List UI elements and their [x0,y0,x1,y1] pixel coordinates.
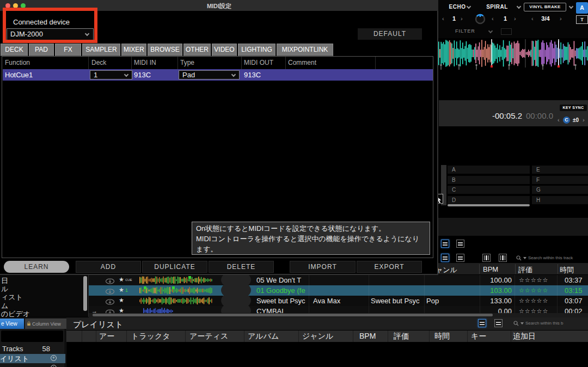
learn-button[interactable]: LEARN [4,261,69,273]
fx-tab-t-button[interactable]: T [576,15,588,24]
bottom-column-header[interactable]: キー [471,332,486,341]
tab-mixer[interactable]: MIXER [121,44,146,56]
add-playlist-icon[interactable]: + [51,365,57,367]
default-button[interactable]: DEFAULT [358,28,422,40]
track-rating[interactable]: ☆☆☆☆☆ [519,277,548,284]
fx-beat-next-button[interactable]: › [560,15,562,22]
tree-scrollbar[interactable] [83,276,87,311]
fx-beat-next-button[interactable]: › [514,15,516,22]
hotcue-slot-E[interactable]: E [532,166,588,174]
column-view-icon[interactable] [499,254,507,262]
table-column-header[interactable]: Function [5,59,30,66]
right-list-header[interactable]: ャンル [436,265,457,275]
export-button[interactable]: EXPORT [357,261,422,273]
hotcue-scrollbar[interactable] [448,204,530,206]
tab-fx[interactable]: FX [55,44,81,56]
list-view-icon[interactable] [494,319,503,327]
bottom-column-header[interactable]: 時間 [434,332,450,341]
bottom-column-header[interactable]: ジャンル [302,332,333,341]
sidebar-search-box[interactable] [1,331,63,342]
list-view-icon[interactable] [441,254,449,262]
filter-label[interactable]: FILTER [455,28,475,34]
tab-column-view[interactable]: Column View [25,319,66,329]
cell-divider [514,296,515,306]
bottom-header-divider [467,331,468,342]
tab-mixpointlink[interactable]: MIXPOINTLINK [277,44,333,56]
bottom-column-header[interactable]: アルバム [248,332,279,341]
right-list-header[interactable]: BPM [483,265,498,273]
sidebar-tracks-count: 58 [37,345,50,353]
list-view-icon[interactable] [456,240,464,248]
hotcue-slot-A[interactable]: A [448,166,530,174]
add-button[interactable]: ADD [76,261,141,273]
app-canvas: ECHO‹1›SPIRAL‹1›VINYL BRAKE‹3/4›ATFILTER… [0,0,588,367]
album-art [221,275,251,285]
add-playlist-icon[interactable]: + [51,355,57,361]
fx-beat-prev-button[interactable]: ‹ [492,15,494,22]
bottom-search-input[interactable]: Search within this b [513,319,588,327]
sidebar-tracks-label[interactable]: Tracks [2,345,23,353]
track-rating[interactable]: ☆☆☆☆☆ [519,297,548,304]
track-row[interactable]: ★101 Goodbye (fe103.00☆☆☆☆☆03:15 [89,285,588,296]
right-list-header[interactable]: 時間 [560,265,574,275]
track-row[interactable]: ★Sweet but PsycAva MaxSweet but PsycPop1… [89,296,588,306]
fx-assign-a-button[interactable]: A [576,2,588,14]
tab-lighting[interactable]: LIGHTING [238,44,275,56]
list-view-icon[interactable] [456,254,464,262]
type-select[interactable]: Pad [179,70,240,79]
fx-beat-prev-button[interactable]: ‹ [442,15,444,22]
table-header-divider [241,57,242,69]
hotcue-slot-B[interactable]: B [448,176,530,184]
search-filter-dropdown-icon[interactable] [523,257,526,259]
tab-other[interactable]: OTHER [183,44,211,56]
table-column-header[interactable]: MIDI IN [134,59,156,66]
tab-pad[interactable]: PAD [29,44,54,56]
table-column-header[interactable]: Deck [91,59,106,66]
right-list-header[interactable]: 評価 [518,265,532,275]
tracklist-hscrollbar-thumb[interactable] [93,314,493,316]
bottom-header-divider [185,331,186,342]
duplicate-button[interactable]: DUPLICATE [142,261,207,273]
table-column-header[interactable]: MIDI OUT [244,59,273,66]
playlist-title: プレイリスト [73,320,123,330]
import-button[interactable]: IMPORT [290,261,356,273]
tab-video[interactable]: VIDEO [212,44,237,56]
key-prev-button[interactable]: ‹ [558,117,560,123]
deck-select[interactable]: 1 [90,70,132,79]
delete-button[interactable]: DELETE [209,261,274,273]
bottom-column-header[interactable]: 追加日 [513,332,536,341]
search-filter-dropdown-icon[interactable] [520,322,524,325]
hotcue-slot-F[interactable]: F [532,176,588,184]
tab-deck[interactable]: DECK [1,44,28,56]
track-row[interactable]: ★CUE05 We Don't T100.00☆☆☆☆☆03:37 [89,275,588,285]
table-column-header[interactable]: Comment [288,59,316,66]
tab-browse[interactable]: BROWSE [148,44,182,56]
fx-beat-prev-button[interactable]: ‹ [531,15,534,22]
bottom-column-header[interactable]: 評価 [394,332,409,341]
key-next-button[interactable]: › [583,117,585,123]
bottom-column-header[interactable]: トラックタ [131,332,170,341]
tab-tree-view[interactable]: e View [0,319,24,329]
key-value[interactable]: C [563,117,570,124]
table-column-header[interactable]: Type [180,59,194,66]
midi-table-row[interactable]: HotCue11913CPad913C [3,69,433,81]
column-view-icon[interactable] [482,254,491,262]
hotcue-slot-G[interactable]: G [532,186,588,194]
bottom-column-header[interactable]: BPM [359,332,376,340]
hotcue-slot-C[interactable]: C [448,186,530,194]
bottom-column-header[interactable]: アーティス [189,332,228,341]
tab-sampler[interactable]: SAMPLER [82,44,120,56]
fx-slot-name[interactable]: ECHO [445,4,469,10]
fx-slot-name[interactable]: VINYL BRAKE [524,3,566,11]
list-view-icon[interactable] [441,240,449,248]
track-search-input[interactable]: Search within this track [516,254,588,262]
hotcue-slot-D[interactable]: D [448,196,530,204]
fx-slot-name[interactable]: SPIRAL [482,4,512,10]
hotcue-slot-H[interactable]: H [532,196,588,204]
list-view-icon[interactable] [478,319,486,327]
track-rating[interactable]: ☆☆☆☆☆ [519,287,548,294]
cell-divider [514,285,515,296]
key-sync-badge[interactable]: KEY SYNC [560,105,587,111]
fx-beat-next-button[interactable]: › [461,15,463,22]
bottom-column-header[interactable]: アー [99,332,114,341]
